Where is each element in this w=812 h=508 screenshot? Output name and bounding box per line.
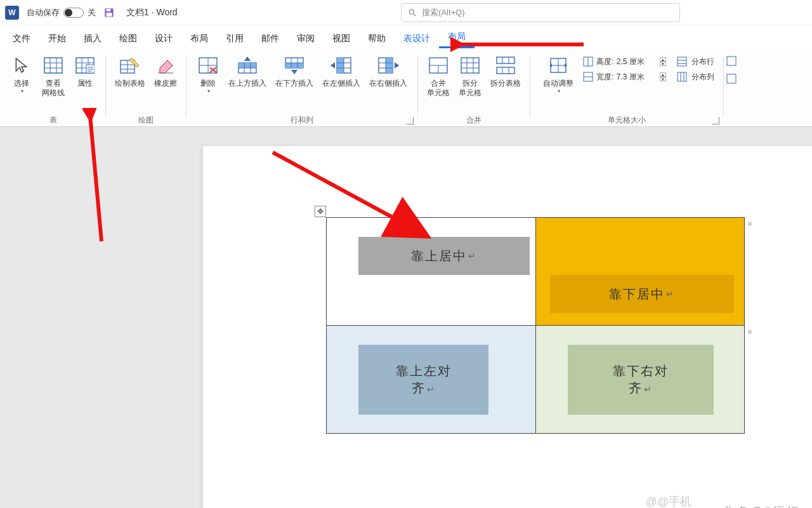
delete-button[interactable]: 删除▾ <box>193 53 223 94</box>
width-input[interactable]: 宽度: 7.3 厘米 ▴▾ <box>582 71 665 83</box>
delete-icon <box>197 55 219 76</box>
distribute-rows-icon <box>676 56 688 67</box>
align-icon[interactable] <box>726 74 737 84</box>
align-icon[interactable] <box>726 56 737 66</box>
tab-design[interactable]: 设计 <box>146 28 181 48</box>
svg-rect-45 <box>386 58 393 73</box>
stepper-icon[interactable]: ▴▾ <box>660 72 666 81</box>
title-bar: W 自动保存 关 文档1 · Word 搜索(Alt+Q) <box>0 0 812 25</box>
ribbon: 选择▾ 查看 网格线 属性 表 绘制表格 橡皮擦 绘图 <box>0 48 812 127</box>
watermark-text: @@手机 <box>645 494 691 508</box>
tab-mailings[interactable]: 邮件 <box>252 28 288 48</box>
tab-layout[interactable]: 布局 <box>181 28 217 48</box>
paragraph-mark-icon: ↵ <box>666 289 675 299</box>
tab-draw[interactable]: 绘图 <box>110 28 146 48</box>
rows-launcher-icon[interactable] <box>406 117 414 124</box>
eraser-button[interactable]: 橡皮擦 <box>150 53 181 88</box>
group-draw: 绘制表格 橡皮擦 绘图 <box>107 53 185 127</box>
table-cell[interactable]: 靠下右对 齐↵ ¤ <box>535 326 745 434</box>
group-merge: 合并 单元格 拆分 单元格 拆分表格 合并 <box>419 53 528 127</box>
page: ✥ 靠上居中↵ ¤ 靠下居中↵ ¤ <box>203 146 812 508</box>
distribute-cols-button[interactable]: 分布列 <box>676 71 714 83</box>
tab-review[interactable]: 审阅 <box>288 28 324 48</box>
watermark-text: 头条@S远行 <box>723 504 799 508</box>
properties-button[interactable]: 属性 <box>70 53 100 98</box>
autofit-button[interactable]: 自动调整▾ <box>539 53 577 94</box>
save-icon[interactable] <box>103 7 115 18</box>
autosave-off: 关 <box>88 7 96 18</box>
group-merge-label: 合并 <box>466 115 481 126</box>
svg-rect-76 <box>727 57 736 65</box>
table-move-handle-icon[interactable]: ✥ <box>315 206 326 217</box>
tab-table-design[interactable]: 表设计 <box>395 28 439 48</box>
autofit-icon <box>547 55 569 76</box>
row-marker-icon: ¤ <box>747 220 753 227</box>
cell-text-box: 靠下右对 齐↵ <box>568 345 714 415</box>
svg-rect-73 <box>678 72 686 81</box>
tab-insert[interactable]: 插入 <box>75 28 110 48</box>
merge-cells-button[interactable]: 合并 单元格 <box>423 53 454 98</box>
cursor-icon <box>11 55 32 76</box>
search-placeholder: 搜索(Alt+Q) <box>422 7 465 18</box>
paragraph-mark-icon: ↵ <box>644 384 653 394</box>
table-cell[interactable]: 靠上左对 齐↵ ¤ <box>327 326 536 434</box>
split-table-icon <box>495 55 516 76</box>
insert-above-button[interactable]: 在上方插入 <box>225 53 270 94</box>
eraser-icon <box>155 55 176 76</box>
properties-icon <box>74 55 96 76</box>
document-table[interactable]: 靠上居中↵ ¤ 靠下居中↵ ¤ 靠上左对 齐↵ ¤ <box>326 217 745 434</box>
height-input[interactable]: 高度: 2.5 厘米 ▴▾ <box>582 56 665 67</box>
size-launcher-icon[interactable] <box>712 117 719 124</box>
group-table-label: 表 <box>49 115 57 126</box>
group-rows-cols: 删除▾ 在上方插入 在下方插入 在左侧插入 在右侧插入 行和列 <box>188 53 416 127</box>
draw-table-button[interactable]: 绘制表格 <box>111 53 149 88</box>
svg-rect-40 <box>337 58 344 73</box>
stepper-icon[interactable]: ▴▾ <box>660 57 666 66</box>
row-marker-icon: ¤ <box>747 328 753 335</box>
width-icon <box>582 71 594 83</box>
merge-icon <box>428 55 449 76</box>
select-button[interactable]: 选择▾ <box>6 53 37 98</box>
insert-above-icon <box>237 55 258 76</box>
distribute-rows-button[interactable]: 分布行 <box>676 56 714 67</box>
svg-point-3 <box>409 10 414 14</box>
insert-below-icon <box>284 55 305 76</box>
tab-home[interactable]: 开始 <box>39 28 75 48</box>
toggle-icon[interactable] <box>63 8 84 18</box>
autosave-toggle[interactable]: 自动保存 关 <box>27 7 96 18</box>
svg-rect-1 <box>107 9 111 11</box>
tab-file[interactable]: 文件 <box>4 28 39 48</box>
grid-icon <box>43 55 64 76</box>
document-title: 文档1 · Word <box>126 7 178 18</box>
cell-text-box: 靠上居中↵ <box>358 237 530 275</box>
insert-below-button[interactable]: 在下方插入 <box>272 53 317 94</box>
table-cell[interactable]: 靠下居中↵ ¤ <box>535 218 745 326</box>
svg-rect-2 <box>107 13 112 17</box>
tab-view[interactable]: 视图 <box>324 28 359 48</box>
cell-text-box: 靠上左对 齐↵ <box>358 345 488 415</box>
svg-rect-77 <box>727 74 736 83</box>
svg-rect-35 <box>285 63 303 68</box>
split-icon <box>459 55 481 76</box>
view-gridlines-button[interactable]: 查看 网格线 <box>38 53 69 98</box>
svg-rect-57 <box>497 57 514 64</box>
insert-left-icon <box>331 55 352 76</box>
group-draw-label: 绘图 <box>138 115 154 126</box>
svg-rect-70 <box>678 57 686 66</box>
insert-right-icon <box>377 55 399 76</box>
group-cell-size: 自动调整▾ 高度: 2.5 厘米 ▴▾ 宽度: 7.3 厘米 ▴▾ <box>532 53 722 127</box>
document-canvas[interactable]: ✥ 靠上居中↵ ¤ 靠下居中↵ ¤ <box>0 127 812 508</box>
tab-help[interactable]: 帮助 <box>359 28 395 48</box>
search-icon <box>408 8 417 17</box>
ribbon-tabs: 文件 开始 插入 绘图 设计 布局 引用 邮件 审阅 视图 帮助 表设计 布局 <box>0 25 812 48</box>
table-cell[interactable]: 靠上居中↵ ¤ <box>327 218 536 326</box>
tab-references[interactable]: 引用 <box>217 28 252 48</box>
insert-left-button[interactable]: 在左侧插入 <box>318 53 364 94</box>
split-table-button[interactable]: 拆分表格 <box>487 53 525 98</box>
insert-right-button[interactable]: 在右侧插入 <box>365 53 411 94</box>
height-icon <box>582 56 594 67</box>
search-input[interactable]: 搜索(Alt+Q) <box>401 3 680 22</box>
svg-rect-52 <box>461 58 479 73</box>
tab-table-layout[interactable]: 布局 <box>439 26 475 48</box>
split-cells-button[interactable]: 拆分 单元格 <box>455 53 485 98</box>
